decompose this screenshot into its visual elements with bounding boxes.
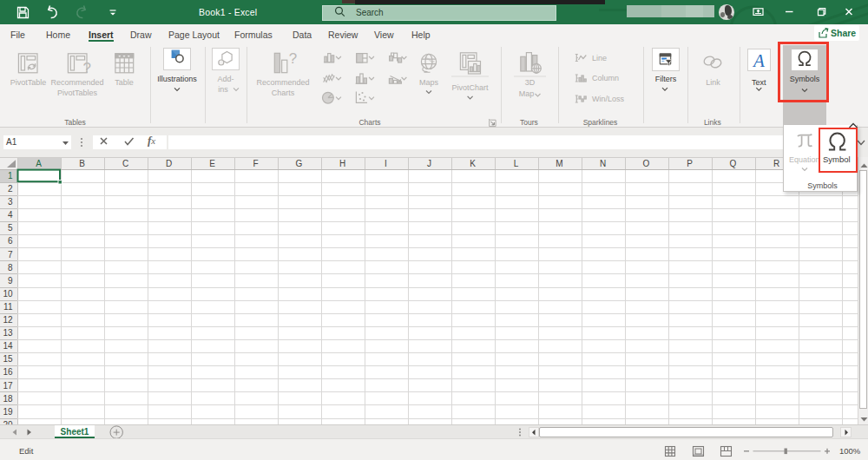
svg-text:14: 14 bbox=[3, 341, 13, 351]
svg-text:B: B bbox=[79, 159, 85, 168]
svg-text:D: D bbox=[166, 159, 172, 168]
svg-text:J: J bbox=[427, 159, 431, 168]
svg-text:11: 11 bbox=[3, 302, 13, 312]
svg-text:8: 8 bbox=[8, 263, 13, 273]
svg-text:M: M bbox=[556, 159, 562, 168]
svg-text:O: O bbox=[643, 159, 650, 168]
svg-text:3: 3 bbox=[8, 197, 13, 207]
svg-text:2: 2 bbox=[8, 184, 13, 194]
svg-text:F: F bbox=[253, 159, 258, 168]
svg-text:7: 7 bbox=[8, 250, 13, 260]
svg-text:19: 19 bbox=[3, 407, 13, 417]
svg-text:9: 9 bbox=[8, 276, 13, 286]
svg-text:A: A bbox=[36, 159, 42, 168]
svg-text:13: 13 bbox=[3, 328, 13, 338]
svg-text:C: C bbox=[122, 159, 128, 168]
svg-text:L: L bbox=[514, 159, 519, 168]
svg-text:G: G bbox=[296, 159, 303, 168]
svg-text:10: 10 bbox=[3, 289, 13, 299]
svg-text:15: 15 bbox=[3, 354, 13, 364]
svg-text:4: 4 bbox=[8, 210, 13, 220]
svg-text:17: 17 bbox=[3, 381, 13, 391]
svg-text:K: K bbox=[470, 159, 476, 168]
svg-text:16: 16 bbox=[3, 367, 13, 377]
svg-text:1: 1 bbox=[8, 171, 13, 181]
svg-text:18: 18 bbox=[3, 394, 13, 404]
svg-text:5: 5 bbox=[8, 223, 13, 233]
svg-text:6: 6 bbox=[8, 236, 13, 246]
svg-text:Q: Q bbox=[730, 159, 737, 168]
svg-text:R: R bbox=[773, 159, 779, 168]
svg-text:H: H bbox=[339, 159, 345, 168]
svg-text:I: I bbox=[385, 159, 387, 168]
svg-text:E: E bbox=[209, 159, 215, 168]
svg-text:P: P bbox=[687, 159, 693, 168]
svg-text:12: 12 bbox=[3, 315, 13, 325]
svg-text:N: N bbox=[600, 159, 606, 168]
